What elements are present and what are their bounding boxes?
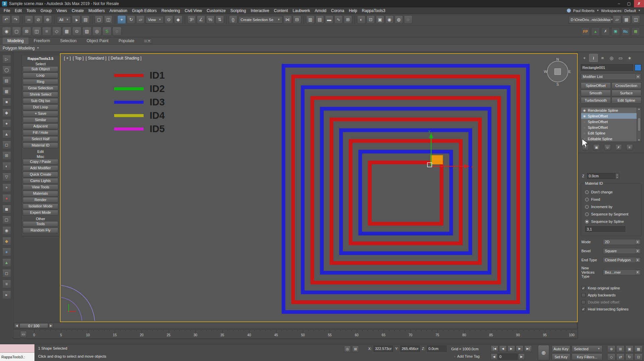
select-and-manipulate-icon[interactable]: ◆ bbox=[174, 15, 182, 24]
radio-dot[interactable] bbox=[585, 220, 589, 223]
menu-item-scripting[interactable]: Scripting bbox=[228, 8, 248, 14]
previous-frame-button[interactable]: ◀ bbox=[499, 345, 507, 352]
plugin-icon-4[interactable]: ▣ bbox=[611, 27, 620, 36]
make-unique-icon[interactable]: ∪ bbox=[604, 144, 611, 150]
ribbon-tab-selection[interactable]: Selection bbox=[55, 37, 81, 44]
rappatools-button-loop[interactable]: Loop bbox=[23, 73, 58, 78]
viewport-label-segment-1[interactable]: [ + ] bbox=[64, 56, 71, 61]
zoom-icon[interactable]: ⊕ bbox=[607, 345, 616, 353]
maximize-viewport-icon[interactable]: ⊡ bbox=[634, 353, 643, 361]
checkbox-keep-original-spline[interactable]: ✓Keep original spline bbox=[581, 284, 641, 291]
minimize-button[interactable]: – bbox=[614, 0, 624, 7]
redo-icon[interactable]: ↷ bbox=[11, 15, 20, 24]
window-crossing-toggle-icon[interactable]: ◫ bbox=[104, 15, 112, 24]
rappatools-button-expert-mode[interactable]: Expert Mode bbox=[23, 210, 58, 215]
checkbox-box[interactable] bbox=[581, 293, 585, 297]
menu-item-edit[interactable]: Edit bbox=[12, 8, 24, 14]
toolbar2-icon-4[interactable]: ◫ bbox=[32, 27, 41, 36]
menu-item-rappatools3[interactable]: RappaTools3 bbox=[359, 8, 388, 14]
z-spinner[interactable]: ▲▼ bbox=[615, 173, 619, 179]
toolbar2-icon-1[interactable]: ◉ bbox=[2, 27, 11, 36]
previous-key-button[interactable]: ◀ bbox=[491, 353, 497, 360]
rappatools-button-select-half[interactable]: Select Half bbox=[23, 136, 58, 142]
menu-item-arnold[interactable]: Arnold bbox=[312, 8, 329, 14]
left-toolbar-icon-3[interactable]: ▤ bbox=[2, 76, 11, 85]
modifier-button-turbosmooth[interactable]: TurboSmooth bbox=[581, 97, 611, 104]
left-toolbar-icon-4[interactable]: ▦ bbox=[2, 87, 11, 96]
ribbon-tab-modeling[interactable]: Modeling bbox=[3, 37, 28, 44]
snaps-toggle-icon[interactable]: 3³ bbox=[187, 15, 196, 24]
rappatools-button-cams-lights[interactable]: Cams Lights bbox=[23, 178, 58, 184]
render-in-cloud-icon[interactable]: ◍ bbox=[395, 15, 403, 24]
time-slider-next-button[interactable]: ▶ bbox=[49, 323, 53, 328]
menu-item-rendering[interactable]: Rendering bbox=[159, 8, 182, 14]
viewcube-compass[interactable]: NESW bbox=[543, 57, 573, 87]
percent-snap-icon[interactable]: % bbox=[206, 15, 215, 24]
modifier-button-surface[interactable]: Surface bbox=[612, 90, 642, 96]
left-toolbar-icon-14[interactable]: ● bbox=[2, 194, 11, 203]
schematic-view-icon[interactable]: ⊞ bbox=[344, 15, 352, 24]
rappatools-button-fill-hole[interactable]: Fill / Hole bbox=[23, 130, 58, 136]
rappatools-button-sub-object[interactable]: Sub Object bbox=[23, 66, 58, 72]
project-folder-icon[interactable]: ▱ bbox=[613, 15, 621, 24]
rappatools-button-similar[interactable]: Similar bbox=[23, 117, 58, 123]
viewport-label-segment-4[interactable]: [ Default Shading ] bbox=[108, 56, 142, 61]
listener-strip[interactable]: RappaTools3.: bbox=[0, 353, 34, 361]
go-to-start-button[interactable]: |◀ bbox=[491, 345, 498, 352]
maximize-button[interactable]: ▢ bbox=[624, 0, 634, 7]
object-name-field[interactable] bbox=[581, 64, 633, 71]
left-toolbar-flyout-arrow-icon[interactable]: ▸ bbox=[2, 290, 11, 299]
layer-explorer-icon[interactable]: ▤ bbox=[316, 15, 324, 24]
zoom-all-icon[interactable]: ⊞ bbox=[616, 345, 625, 353]
left-toolbar-icon-10[interactable]: ⊞ bbox=[2, 151, 11, 160]
key-mode-dropdown[interactable]: Selected▼ bbox=[572, 345, 602, 352]
project-path-dropdown[interactable]: D:\OneDriv...nts\3dsMax▼ bbox=[569, 16, 612, 23]
rappatools-button-material-id[interactable]: Material ID bbox=[23, 143, 58, 148]
workspace-switcher-icon[interactable]: ◫ bbox=[632, 15, 640, 24]
maxscript-icon[interactable]: S bbox=[102, 27, 111, 36]
left-toolbar-icon-22[interactable]: ≡ bbox=[2, 280, 11, 288]
radio-dot[interactable] bbox=[585, 205, 589, 209]
viewport[interactable]: Yx [ + ][ Top ][ Standard ][ Default Sha… bbox=[60, 53, 578, 322]
toolbar2-icon-3[interactable]: ⊞ bbox=[22, 27, 31, 36]
radio-dot[interactable] bbox=[585, 212, 589, 216]
scroll-down-icon[interactable]: ▼ bbox=[638, 139, 640, 141]
radio-fixed[interactable]: Fixed bbox=[581, 196, 641, 203]
visibility-eye-icon[interactable]: ◉ bbox=[582, 114, 586, 118]
ribbon-tab-object-paint[interactable]: Object Paint bbox=[82, 37, 113, 44]
left-toolbar-icon-1[interactable]: ▷ bbox=[2, 55, 11, 64]
rappatools-button-shrink-select[interactable]: Shrink Select bbox=[23, 92, 58, 97]
left-toolbar-icon-12[interactable]: ▽ bbox=[2, 173, 11, 181]
polygon-modeling-panel[interactable]: Polygon Modeling bbox=[3, 46, 34, 51]
toolbar2-icon-6[interactable]: ◇ bbox=[52, 27, 61, 36]
left-toolbar-icon-18[interactable]: ◆ bbox=[2, 237, 11, 246]
menu-item-file[interactable]: File bbox=[1, 8, 12, 14]
plugin-icon-6[interactable]: ▦ bbox=[631, 27, 640, 36]
macro-recorder-strip[interactable] bbox=[0, 344, 34, 353]
object-color-swatch[interactable] bbox=[635, 64, 641, 71]
left-toolbar-icon-13[interactable]: + bbox=[2, 183, 11, 192]
toolbar2-icon-5[interactable]: ⌗ bbox=[42, 27, 51, 36]
checkbox-double-sided-offset[interactable]: Double sided offset bbox=[581, 298, 641, 305]
radio-sequence-by-segment[interactable]: Sequence by Segment bbox=[581, 210, 641, 218]
left-toolbar-icon-20[interactable]: ▲ bbox=[2, 258, 11, 267]
material-editor-icon[interactable]: ◐ bbox=[357, 15, 366, 24]
menu-item-modifiers[interactable]: Modifiers bbox=[86, 8, 107, 14]
rappatools-button-random-fly[interactable]: Random Fly bbox=[23, 228, 58, 233]
toolbar2-icon-2[interactable]: ▢ bbox=[12, 27, 21, 36]
ribbon-toggle-icon[interactable]: ▬ bbox=[325, 15, 333, 24]
rappatools-button-tools[interactable]: Tools bbox=[23, 221, 58, 227]
rappatools-button--save[interactable]: + Save bbox=[23, 111, 58, 116]
reference-coordinate-dropdown[interactable]: View▼ bbox=[146, 16, 164, 23]
close-button[interactable]: ✗ bbox=[634, 0, 644, 7]
menu-item-group[interactable]: Group bbox=[38, 8, 54, 14]
rendered-frame-icon[interactable]: ▣ bbox=[376, 15, 384, 24]
rappatools-button-quick-create[interactable]: Quick Create bbox=[23, 172, 58, 177]
left-toolbar-icon-8[interactable]: ▲ bbox=[2, 130, 11, 139]
left-toolbar-icon-19[interactable]: ● bbox=[2, 248, 11, 256]
modifier-button-crosssection[interactable]: CrossSection bbox=[612, 82, 642, 89]
configure-modifier-sets-icon[interactable]: ≡ bbox=[626, 144, 633, 150]
modifier-button-splineoffset[interactable]: SplineOffset bbox=[581, 82, 611, 89]
workspace-dropdown[interactable]: Default bbox=[624, 9, 636, 13]
rappatools-button-ring[interactable]: Ring bbox=[23, 79, 58, 85]
